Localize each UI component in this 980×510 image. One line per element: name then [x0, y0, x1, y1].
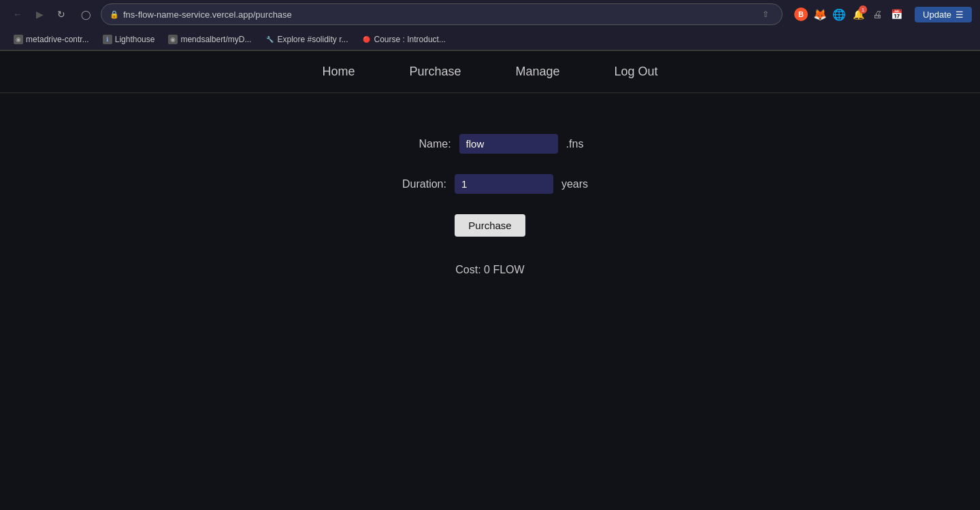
brave-rewards-icon[interactable]: B	[794, 7, 808, 22]
bookmark-favicon-5: 🔴	[362, 35, 372, 44]
back-button[interactable]: ←	[8, 5, 27, 24]
bookmarks-bar: ◉ metadrive-contr... ℹ Lighthouse ◉ mend…	[0, 29, 980, 50]
browser-chrome: ← ▶ ↻ ◯ 🔒 ⇧ B 🦊 🌐 🔔 1 🖨 📅 U	[0, 0, 980, 51]
notification-icon[interactable]: 🔔 1	[851, 7, 866, 22]
address-bar-container: 🔒 ⇧	[101, 3, 783, 25]
bookmark-label-2: Lighthouse	[115, 35, 155, 44]
name-row: Name: .fns	[397, 134, 584, 154]
bookmark-favicon-3: ◉	[168, 35, 178, 44]
nav-logout[interactable]: Log Out	[615, 65, 658, 79]
bookmark-star-button[interactable]: ◯	[76, 5, 95, 24]
notification-badge: 1	[859, 5, 867, 14]
browser-extensions: B 🦊 🌐 🔔 1 🖨 📅	[788, 7, 909, 22]
bookmark-label-3: mendsalbert/myD...	[180, 35, 251, 44]
menu-icon: ☰	[956, 10, 964, 20]
nav-purchase[interactable]: Purchase	[409, 65, 461, 79]
purchase-button[interactable]: Purchase	[455, 214, 525, 237]
main-content: Name: .fns Duration: years Purchase Cost…	[0, 93, 980, 510]
nav-buttons: ← ▶ ↻	[8, 5, 71, 24]
cost-display: Cost: 0 FLOW	[455, 264, 524, 276]
bookmark-item-4[interactable]: 🔧 Explore #solidity r...	[259, 33, 353, 46]
bookmark-favicon-2: ℹ	[103, 35, 112, 44]
bookmark-item-5[interactable]: 🔴 Course : Introduct...	[357, 33, 451, 46]
bookmark-favicon-1: ◉	[14, 35, 23, 44]
address-input[interactable]	[123, 10, 753, 20]
bookmark-label-5: Course : Introduct...	[374, 35, 446, 44]
calendar-icon[interactable]: 📅	[889, 7, 904, 22]
metamask-icon[interactable]: 🦊	[813, 7, 828, 22]
duration-row: Duration: years	[392, 174, 588, 194]
app-navbar: Home Purchase Manage Log Out	[0, 51, 980, 93]
duration-suffix: years	[561, 178, 588, 190]
forward-button[interactable]: ▶	[30, 5, 49, 24]
bookmark-item-3[interactable]: ◉ mendsalbert/myD...	[163, 33, 257, 46]
wallet-icon[interactable]: 🌐	[832, 7, 847, 22]
update-button[interactable]: Update ☰	[915, 7, 972, 22]
name-suffix: .fns	[566, 138, 584, 150]
print-icon[interactable]: 🖨	[870, 7, 885, 22]
bookmark-item-1[interactable]: ◉ metadrive-contr...	[8, 33, 95, 46]
bookmark-label-4: Explore #solidity r...	[277, 35, 348, 44]
name-input[interactable]	[459, 134, 558, 154]
duration-input[interactable]	[455, 174, 553, 194]
refresh-button[interactable]: ↻	[52, 5, 71, 24]
browser-toolbar: ← ▶ ↻ ◯ 🔒 ⇧ B 🦊 🌐 🔔 1 🖨 📅 U	[0, 0, 980, 29]
duration-label: Duration:	[392, 178, 446, 190]
app-container: Home Purchase Manage Log Out Name: .fns …	[0, 51, 980, 510]
bookmark-favicon-4: 🔧	[265, 35, 274, 44]
update-label: Update	[923, 10, 951, 20]
share-button[interactable]: ⇧	[757, 6, 774, 22]
nav-manage[interactable]: Manage	[515, 65, 559, 79]
address-actions: ⇧	[757, 6, 774, 22]
nav-home[interactable]: Home	[322, 65, 355, 79]
lock-icon: 🔒	[110, 10, 119, 19]
name-label: Name:	[397, 138, 451, 150]
brave-logo: B	[794, 7, 808, 21]
bookmark-label-1: metadrive-contr...	[26, 35, 89, 44]
bookmark-item-2[interactable]: ℹ Lighthouse	[97, 33, 161, 46]
